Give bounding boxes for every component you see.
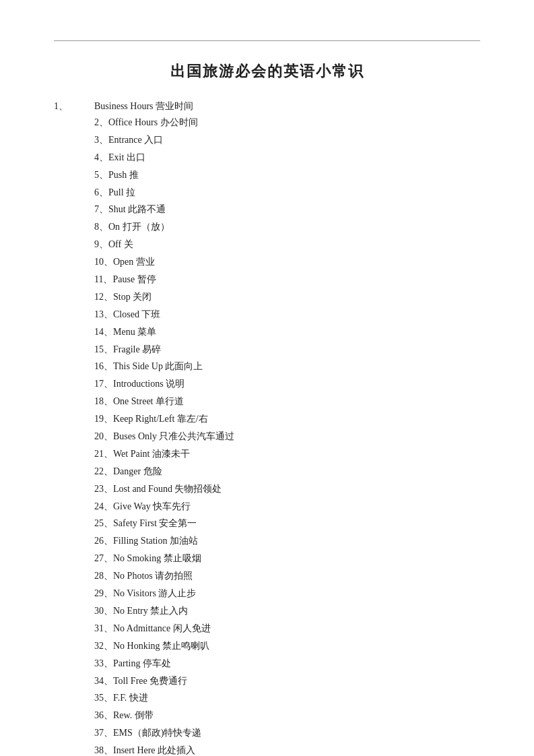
list-item: 7、Shut 此路不通 (94, 201, 480, 218)
list-item: 23、Lost and Found 失物招领处 (94, 480, 480, 498)
item-list: 2、Office Hours 办公时间3、Entrance 入口4、Exit 出… (94, 114, 480, 756)
list-item: 26、Filling Station 加油站 (94, 532, 480, 550)
list-item: 36、Rew. 倒带 (94, 707, 480, 724)
list-item: 37、EMS（邮政)特快专递 (94, 724, 480, 742)
list-item: 10、Open 营业 (94, 253, 480, 271)
list-item: 6、Pull 拉 (94, 184, 480, 201)
list-item: 31、No Admittance 闲人免进 (94, 620, 480, 637)
list-item: 2、Office Hours 办公时间 (94, 114, 480, 131)
list-item: 33、Parting 停车处 (94, 655, 480, 672)
list-item: 15、Fragile 易碎 (94, 341, 480, 358)
list-item: 38、Insert Here 此处插入 (94, 742, 480, 756)
list-item: 29、No Visitors 游人止步 (94, 585, 480, 602)
list-item: 27、No Smoking 禁止吸烟 (94, 550, 480, 567)
list-item: 5、Push 推 (94, 166, 480, 184)
list-item: 16、This Side Up 此面向上 (94, 358, 480, 375)
page-title: 出国旅游必会的英语小常识 (54, 61, 480, 82)
first-item-number: 1、 (54, 100, 94, 113)
first-item-label: Business Hours 营业时间 (94, 100, 193, 113)
list-item: 22、Danger 危险 (94, 463, 480, 480)
list-item: 8、On 打开（放） (94, 218, 480, 236)
list-item: 32、No Honking 禁止鸣喇叭 (94, 637, 480, 655)
first-item: 1、 Business Hours 营业时间 (54, 100, 480, 113)
list-item: 19、Keep Right/Left 靠左/右 (94, 410, 480, 428)
list-item: 24、Give Way 快车先行 (94, 498, 480, 515)
list-item: 11、Pause 暂停 (94, 271, 480, 288)
top-divider (54, 40, 480, 41)
content-area: 1、 Business Hours 营业时间 2、Office Hours 办公… (54, 100, 480, 756)
list-item: 25、Safety First 安全第一 (94, 515, 480, 532)
list-item: 4、Exit 出口 (94, 149, 480, 166)
list-item: 12、Stop 关闭 (94, 288, 480, 306)
list-item: 14、Menu 菜单 (94, 323, 480, 341)
list-item: 18、One Street 单行道 (94, 393, 480, 410)
list-item: 17、Introductions 说明 (94, 375, 480, 393)
list-item: 34、Toll Free 免费通行 (94, 672, 480, 690)
list-item: 9、Off 关 (94, 236, 480, 253)
list-item: 13、Closed 下班 (94, 306, 480, 323)
list-item: 30、No Entry 禁止入内 (94, 602, 480, 620)
list-item: 20、Buses Only 只准公共汽车通过 (94, 428, 480, 445)
list-item: 35、F.F. 快进 (94, 689, 480, 707)
list-item: 21、Wet Paint 油漆未干 (94, 445, 480, 463)
list-item: 28、No Photos 请勿拍照 (94, 567, 480, 585)
list-item: 3、Entrance 入口 (94, 131, 480, 149)
